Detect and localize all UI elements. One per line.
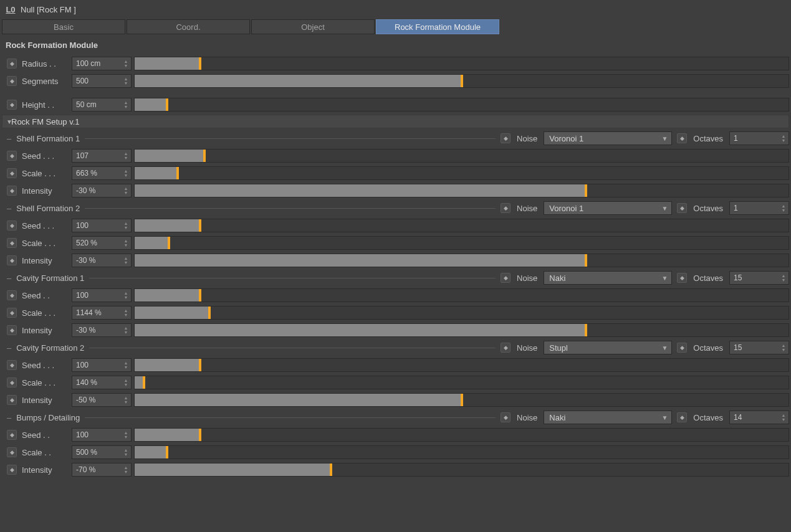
tab-coord-[interactable]: Coord.: [127, 19, 250, 34]
slider-handle[interactable]: [461, 75, 463, 87]
param-slider[interactable]: [134, 184, 789, 197]
param-value-field[interactable]: 100▲▼: [72, 219, 132, 232]
param-value-field[interactable]: 50 cm▲▼: [72, 98, 132, 112]
param-value-field[interactable]: 100▲▼: [72, 358, 132, 372]
keyframe-icon[interactable]: ◆: [7, 290, 17, 300]
slider-handle[interactable]: [168, 237, 170, 249]
keyframe-icon[interactable]: ◆: [7, 378, 17, 387]
keyframe-icon[interactable]: ◆: [7, 186, 17, 196]
param-slider[interactable]: [134, 428, 789, 442]
param-slider[interactable]: [134, 323, 789, 337]
spinner-arrows-icon[interactable]: ▲▼: [780, 342, 787, 353]
keyframe-icon[interactable]: ◆: [7, 168, 17, 178]
param-slider[interactable]: [134, 98, 789, 112]
keyframe-icon[interactable]: ◆: [7, 360, 17, 370]
spinner-arrows-icon[interactable]: ▲▼: [122, 464, 130, 475]
param-slider[interactable]: [134, 358, 789, 372]
param-slider[interactable]: [134, 219, 789, 232]
slider-handle[interactable]: [199, 429, 201, 441]
slider-handle[interactable]: [585, 254, 587, 267]
keyframe-icon[interactable]: ◆: [501, 203, 511, 213]
param-slider[interactable]: [134, 74, 789, 88]
param-slider[interactable]: [134, 445, 789, 459]
param-slider[interactable]: [134, 166, 789, 180]
slider-handle[interactable]: [461, 394, 463, 406]
group-header-rock-fm-setup[interactable]: ▼ Rock FM Setup v.1: [2, 115, 789, 128]
slider-handle[interactable]: [166, 98, 168, 111]
param-value-field[interactable]: 500 %▲▼: [72, 445, 132, 459]
param-slider[interactable]: [134, 288, 789, 302]
spinner-arrows-icon[interactable]: ▲▼: [122, 58, 130, 69]
spinner-arrows-icon[interactable]: ▲▼: [780, 412, 787, 423]
param-value-field[interactable]: 100 cm▲▼: [72, 57, 132, 70]
param-value-field[interactable]: 107▲▼: [72, 149, 132, 163]
param-value-field[interactable]: 663 %▲▼: [72, 166, 132, 180]
spinner-arrows-icon[interactable]: ▲▼: [780, 133, 787, 144]
keyframe-icon[interactable]: ◆: [7, 221, 17, 230]
keyframe-icon[interactable]: ◆: [7, 255, 17, 265]
param-value-field[interactable]: 100▲▼: [72, 288, 132, 302]
spinner-arrows-icon[interactable]: ▲▼: [122, 168, 130, 179]
param-slider[interactable]: [134, 149, 789, 163]
slider-handle[interactable]: [199, 289, 201, 302]
spinner-arrows-icon[interactable]: ▲▼: [122, 325, 130, 336]
spinner-arrows-icon[interactable]: ▲▼: [122, 377, 130, 388]
noise-dropdown[interactable]: Naki▼: [544, 271, 672, 285]
noise-dropdown[interactable]: Voronoi 1▼: [544, 201, 672, 215]
tab-basic[interactable]: Basic: [2, 19, 125, 34]
keyframe-icon[interactable]: ◆: [7, 430, 17, 440]
keyframe-icon[interactable]: ◆: [677, 203, 687, 213]
keyframe-icon[interactable]: ◆: [7, 395, 17, 405]
slider-handle[interactable]: [199, 359, 201, 371]
param-value-field[interactable]: 140 %▲▼: [72, 376, 132, 389]
keyframe-icon[interactable]: ◆: [677, 343, 687, 353]
noise-dropdown[interactable]: Stupl▼: [544, 341, 672, 354]
param-slider[interactable]: [134, 254, 789, 267]
keyframe-icon[interactable]: ◆: [677, 133, 687, 143]
octaves-field[interactable]: 14▲▼: [729, 411, 789, 424]
param-slider[interactable]: [134, 57, 789, 70]
param-value-field[interactable]: 520 %▲▼: [72, 236, 132, 250]
param-slider[interactable]: [134, 306, 789, 320]
spinner-arrows-icon[interactable]: ▲▼: [122, 99, 130, 110]
param-value-field[interactable]: 500▲▼: [72, 74, 132, 88]
spinner-arrows-icon[interactable]: ▲▼: [122, 394, 130, 406]
spinner-arrows-icon[interactable]: ▲▼: [122, 255, 130, 266]
spinner-arrows-icon[interactable]: ▲▼: [122, 429, 130, 440]
keyframe-icon[interactable]: ◆: [7, 151, 17, 161]
slider-handle[interactable]: [176, 167, 179, 179]
param-value-field[interactable]: 100▲▼: [72, 428, 132, 442]
noise-dropdown[interactable]: Naki▼: [544, 411, 672, 424]
spinner-arrows-icon[interactable]: ▲▼: [122, 237, 130, 249]
keyframe-icon[interactable]: ◆: [7, 465, 17, 475]
spinner-arrows-icon[interactable]: ▲▼: [122, 307, 130, 318]
octaves-field[interactable]: 1▲▼: [729, 201, 789, 215]
param-value-field[interactable]: -30 %▲▼: [72, 184, 132, 197]
spinner-arrows-icon[interactable]: ▲▼: [122, 150, 130, 161]
keyframe-icon[interactable]: ◆: [501, 273, 511, 283]
slider-handle[interactable]: [585, 184, 587, 197]
slider-handle[interactable]: [208, 306, 211, 319]
keyframe-icon[interactable]: ◆: [7, 308, 17, 318]
spinner-arrows-icon[interactable]: ▲▼: [122, 290, 130, 301]
keyframe-icon[interactable]: ◆: [7, 325, 17, 335]
slider-handle[interactable]: [199, 57, 201, 70]
slider-handle[interactable]: [199, 219, 201, 232]
spinner-arrows-icon[interactable]: ▲▼: [122, 75, 130, 87]
param-slider[interactable]: [134, 393, 789, 407]
param-value-field[interactable]: -50 %▲▼: [72, 393, 132, 407]
param-value-field[interactable]: -30 %▲▼: [72, 323, 132, 337]
param-value-field[interactable]: -30 %▲▼: [72, 254, 132, 267]
keyframe-icon[interactable]: ◆: [7, 100, 17, 110]
slider-handle[interactable]: [330, 463, 332, 476]
slider-handle[interactable]: [166, 446, 168, 458]
spinner-arrows-icon[interactable]: ▲▼: [780, 272, 787, 283]
slider-handle[interactable]: [585, 324, 587, 336]
keyframe-icon[interactable]: ◆: [7, 447, 17, 457]
spinner-arrows-icon[interactable]: ▲▼: [122, 359, 130, 371]
octaves-field[interactable]: 15▲▼: [729, 341, 789, 354]
keyframe-icon[interactable]: ◆: [501, 133, 511, 143]
keyframe-icon[interactable]: ◆: [501, 412, 511, 422]
keyframe-icon[interactable]: ◆: [501, 343, 511, 353]
spinner-arrows-icon[interactable]: ▲▼: [122, 220, 130, 231]
